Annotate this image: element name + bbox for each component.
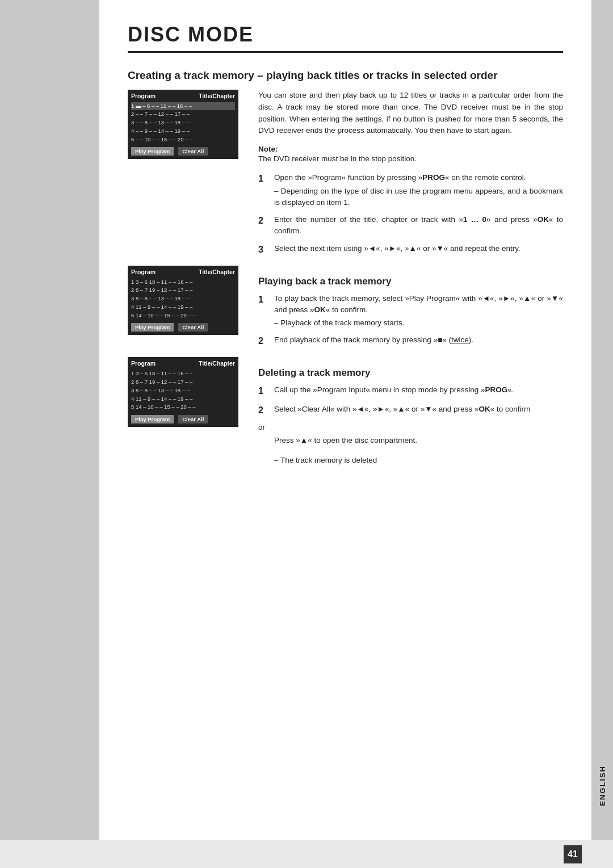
step1-3-num: 3 bbox=[258, 243, 274, 257]
widget3-program-label: Program bbox=[131, 360, 156, 367]
step2-2-content: End playback of the track memory by pres… bbox=[274, 334, 563, 348]
widget1-clear-btn[interactable]: Clear All bbox=[178, 147, 208, 156]
step3-1-content: Call up the »Program Input« menu in stop… bbox=[274, 384, 563, 398]
step3-2: 2 Select »Clear All« with »◄«, »►«, »▲« … bbox=[258, 404, 563, 417]
section1-body: You can store and then play back up to 1… bbox=[258, 90, 563, 137]
step1-3: 3 Select the next item using »◄«, »►«, »… bbox=[258, 243, 563, 257]
step3-1: 1 Call up the »Program Input« menu in st… bbox=[258, 384, 563, 398]
left-sidebar bbox=[0, 0, 99, 840]
widget3-row-3: 3 8 – 8 – – 13 – – 18 – – bbox=[131, 387, 235, 395]
widget1-row-3: 3 – – 8 – – 13 – – 18 – – bbox=[131, 119, 235, 127]
step2-2: 2 End playback of the track memory by pr… bbox=[258, 334, 563, 348]
widget1-row-1: 1 ▬ – 6 – – 11 – – 16 – – bbox=[131, 102, 235, 111]
left-col-2: Program Title/Chapter 1 3 – 6 18 – 11 – … bbox=[128, 266, 247, 343]
right-col-1: You can store and then play back up to 1… bbox=[258, 90, 563, 262]
widget2-play-btn[interactable]: Play Program bbox=[131, 323, 174, 332]
widget2-row-3: 3 8 – 8 – – 13 – – 18 – – bbox=[131, 295, 235, 303]
widget2-data: 1 3 – 6 18 – 11 – – 16 – – 2 6 – 7 19 – … bbox=[131, 278, 235, 320]
step1-2-num: 2 bbox=[258, 214, 274, 237]
step1-1: 1 Open the »Program« function by pressin… bbox=[258, 172, 563, 208]
left-col-3: Program Title/Chapter 1 3 – 6 18 – 11 – … bbox=[128, 357, 247, 435]
step1-1-num: 1 bbox=[258, 172, 274, 208]
section3-layout: Program Title/Chapter 1 3 – 6 18 – 11 – … bbox=[128, 357, 563, 475]
widget2-clear-btn[interactable]: Clear All bbox=[178, 323, 208, 332]
page-number: 41 bbox=[564, 845, 582, 863]
program-widget-1: Program Title/Chapter 1 ▬ – 6 – – 11 – –… bbox=[128, 90, 238, 160]
widget3-row-2: 2 6 – 7 19 – 12 – – 17 – – bbox=[131, 378, 235, 387]
widget2-row-1: 1 3 – 6 18 – 11 – – 16 – – bbox=[131, 278, 235, 287]
left-col-1: Program Title/Chapter 1 ▬ – 6 – – 11 – –… bbox=[128, 90, 247, 167]
widget3-row-5: 5 14 – 10 – – 15 – – 20 – – bbox=[131, 403, 235, 412]
widget3-play-btn[interactable]: Play Program bbox=[131, 415, 174, 423]
section1-heading: Creating a track memory – playing back t… bbox=[128, 69, 563, 83]
step1-1-sub: – Depending on the type of disc in use t… bbox=[274, 186, 563, 209]
widget1-title-label: Title/Chapter bbox=[199, 93, 235, 99]
section1-layout: Program Title/Chapter 1 ▬ – 6 – – 11 – –… bbox=[128, 90, 563, 262]
program-widget-3: Program Title/Chapter 1 3 – 6 18 – 11 – … bbox=[128, 357, 238, 427]
widget3-header: Program Title/Chapter bbox=[131, 360, 235, 368]
widget3-buttons: Play Program Clear All bbox=[131, 415, 235, 423]
press-text: Press »▲« to open the disc compartment. bbox=[274, 435, 563, 447]
right-col-2: Playing back a track memory 1 To play ba… bbox=[258, 266, 563, 354]
right-sidebar: ENGLISH bbox=[591, 0, 613, 840]
widget2-header: Program Title/Chapter bbox=[131, 269, 235, 276]
or-separator: or bbox=[258, 423, 563, 431]
step1-3-content: Select the next item using »◄«, »►«, »▲«… bbox=[274, 243, 563, 257]
step1-2: 2 Enter the number of the title, chapter… bbox=[258, 214, 563, 237]
widget1-row-5: 5 – – 10 – – 15 – – 20 – – bbox=[131, 136, 235, 144]
section2-heading: Playing back a track memory bbox=[258, 276, 563, 287]
widget3-data: 1 3 – 6 18 – 11 – – 16 – – 2 6 – 7 19 – … bbox=[131, 370, 235, 412]
widget2-row-4: 4 11 – 9 – – 14 – – 19 – – bbox=[131, 303, 235, 312]
step3-2-content: Select »Clear All« with »◄«, »►«, »▲« or… bbox=[274, 404, 563, 417]
note-label: Note: bbox=[258, 145, 563, 153]
widget3-row-4: 4 11 – 9 – – 14 – – 19 – – bbox=[131, 395, 235, 404]
step2-1-sub: – Playback of the track memory starts. bbox=[274, 317, 563, 329]
widget2-row-5: 5 14 – 10 – – 15 – – 20 – – bbox=[131, 312, 235, 320]
widget1-header: Program Title/Chapter bbox=[131, 93, 235, 100]
step2-1-num: 1 bbox=[258, 293, 274, 329]
main-content: DISC MODE Creating a track memory – play… bbox=[99, 0, 591, 840]
step1-1-content: Open the »Program« function by pressing … bbox=[274, 172, 563, 208]
step3-2-num: 2 bbox=[258, 404, 274, 417]
step1-2-content: Enter the number of the title, chapter o… bbox=[274, 214, 563, 237]
widget2-program-label: Program bbox=[131, 269, 156, 275]
right-col-3: Deleting a track memory 1 Call up the »P… bbox=[258, 357, 563, 475]
widget3-title-label: Title/Chapter bbox=[199, 360, 235, 367]
widget1-data: 1 ▬ – 6 – – 11 – – 16 – – 2 – – 7 – – 12… bbox=[131, 102, 235, 144]
widget1-row-4: 4 – – 9 – – 14 – – 19 – – bbox=[131, 127, 235, 136]
section3-heading: Deleting a track memory bbox=[258, 367, 563, 379]
note-text: The DVD receiver must be in the stop pos… bbox=[258, 154, 563, 163]
bottom-bar: 41 bbox=[0, 840, 613, 868]
widget1-program-label: Program bbox=[131, 93, 156, 99]
widget2-row-2: 2 6 – 7 19 – 12 – – 17 – – bbox=[131, 286, 235, 295]
step3-sub: – The track memory is deleted bbox=[274, 455, 563, 467]
step2-1-content: To play back the track memory, select »P… bbox=[274, 293, 563, 329]
step2-2-num: 2 bbox=[258, 334, 274, 348]
step2-1: 1 To play back the track memory, select … bbox=[258, 293, 563, 329]
widget2-buttons: Play Program Clear All bbox=[131, 323, 235, 332]
program-widget-2: Program Title/Chapter 1 3 – 6 18 – 11 – … bbox=[128, 266, 238, 336]
widget2-title-label: Title/Chapter bbox=[199, 269, 235, 275]
english-label: ENGLISH bbox=[598, 765, 607, 806]
step3-1-num: 1 bbox=[258, 384, 274, 398]
widget3-clear-btn[interactable]: Clear All bbox=[178, 415, 208, 423]
widget1-buttons: Play Program Clear All bbox=[131, 147, 235, 156]
widget1-row-2: 2 – – 7 – – 12 – – 17 – – bbox=[131, 110, 235, 119]
section2-layout: Program Title/Chapter 1 3 – 6 18 – 11 – … bbox=[128, 266, 563, 354]
widget1-play-btn[interactable]: Play Program bbox=[131, 147, 174, 156]
page-title: DISC MODE bbox=[128, 23, 563, 53]
widget3-row-1: 1 3 – 6 18 – 11 – – 16 – – bbox=[131, 370, 235, 378]
